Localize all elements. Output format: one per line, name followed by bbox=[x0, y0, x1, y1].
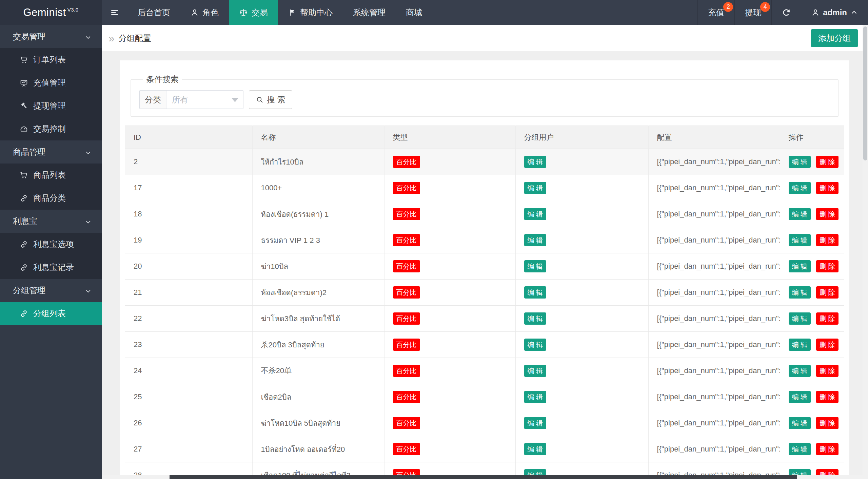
sidebar-section-goods-management[interactable]: 商品管理 bbox=[0, 140, 102, 164]
breadcrumb-icon: » bbox=[108, 33, 115, 44]
user-menu[interactable]: admin bbox=[801, 0, 868, 25]
gauge-icon bbox=[20, 125, 28, 133]
group-user-edit-button[interactable]: 编 辑 bbox=[524, 260, 547, 272]
vertical-scrollbar-thumb[interactable] bbox=[863, 26, 867, 160]
delete-button[interactable]: 删 除 bbox=[816, 443, 839, 455]
table-row: 26 ฆ่าโหด10บิล 5บิลสุดท้าย 百分比 编 辑 [{"pi… bbox=[125, 410, 844, 436]
top-bar: Geminist V3.0 后台首页角色交易帮助中心系统管理商城 充值 2 提现… bbox=[0, 0, 868, 25]
horizontal-scrollbar-thumb[interactable] bbox=[170, 475, 797, 479]
row-config-cell: [{"pipei_dan_num":1,"pipei_dan_run":"... bbox=[648, 410, 780, 436]
row-name-cell: ฆ่าโหด10บิล 5บิลสุดท้าย bbox=[252, 410, 384, 436]
row-config-cell: [{"pipei_dan_num":1,"pipei_dan_run":"... bbox=[648, 175, 780, 201]
refresh-button[interactable] bbox=[771, 0, 801, 25]
sidebar-item-label: 分组列表 bbox=[33, 308, 66, 319]
row-type-cell: 百分比 bbox=[384, 149, 515, 175]
delete-button[interactable]: 删 除 bbox=[816, 391, 839, 403]
sidebar-toggle-button[interactable] bbox=[102, 0, 127, 25]
delete-button[interactable]: 删 除 bbox=[816, 234, 839, 246]
edit-button[interactable]: 编 辑 bbox=[789, 443, 811, 455]
delete-button[interactable]: 删 除 bbox=[816, 260, 839, 272]
sidebar-item-goods-category[interactable]: 商品分类 bbox=[0, 187, 102, 210]
row-actions-cell: 编 辑 删 除 bbox=[780, 358, 844, 384]
topnav-item-roles[interactable]: 角色 bbox=[180, 0, 229, 25]
edit-button[interactable]: 编 辑 bbox=[789, 260, 811, 272]
topnav-item-system[interactable]: 系统管理 bbox=[343, 0, 396, 25]
edit-button[interactable]: 编 辑 bbox=[789, 156, 811, 168]
recharge-notifications[interactable]: 充值 2 bbox=[697, 0, 734, 25]
delete-button[interactable]: 删 除 bbox=[816, 312, 839, 325]
brand-logo[interactable]: Geminist V3.0 bbox=[0, 0, 102, 25]
flag-icon bbox=[288, 8, 296, 17]
delete-button[interactable]: 删 除 bbox=[816, 339, 839, 351]
group-user-edit-button[interactable]: 编 辑 bbox=[524, 339, 547, 351]
type-badge: 百分比 bbox=[393, 234, 420, 246]
board-icon bbox=[20, 79, 28, 87]
sidebar-section-trade-management[interactable]: 交易管理 bbox=[0, 25, 102, 48]
category-select[interactable]: 所有 bbox=[166, 91, 243, 109]
sidebar-section-label: 利息宝 bbox=[13, 216, 37, 227]
topnav-item-mall[interactable]: 商城 bbox=[396, 0, 432, 25]
delete-button[interactable]: 删 除 bbox=[816, 365, 839, 377]
group-user-edit-button[interactable]: 编 辑 bbox=[524, 286, 547, 299]
column-header-3: 分组用户 bbox=[515, 126, 648, 149]
edit-button[interactable]: 编 辑 bbox=[789, 417, 811, 429]
sidebar-item-group-list[interactable]: 分组列表 bbox=[0, 302, 102, 325]
row-id-cell: 21 bbox=[125, 280, 252, 306]
horizontal-scrollbar[interactable] bbox=[102, 475, 863, 479]
delete-button[interactable]: 删 除 bbox=[816, 156, 839, 168]
column-header-1: 名称 bbox=[252, 126, 384, 149]
group-user-edit-button[interactable]: 编 辑 bbox=[524, 417, 547, 429]
sidebar-section-group-management[interactable]: 分组管理 bbox=[0, 279, 102, 302]
topnav-item-label: 商城 bbox=[406, 7, 422, 18]
edit-button[interactable]: 编 辑 bbox=[789, 312, 811, 325]
row-name-cell: ห้องเชือด(ธรรมดา)2 bbox=[252, 280, 384, 306]
topnav-item-help[interactable]: 帮助中心 bbox=[278, 0, 343, 25]
sidebar-item-trade-control[interactable]: 交易控制 bbox=[0, 117, 102, 140]
delete-button[interactable]: 删 除 bbox=[816, 182, 839, 194]
sidebar-item-withdrawal-management[interactable]: 提现管理 bbox=[0, 94, 102, 117]
edit-button[interactable]: 编 辑 bbox=[789, 365, 811, 377]
edit-button[interactable]: 编 辑 bbox=[789, 234, 811, 246]
delete-button[interactable]: 删 除 bbox=[816, 208, 839, 220]
category-select-group: 分类 所有 bbox=[139, 90, 243, 109]
group-user-edit-button[interactable]: 编 辑 bbox=[524, 443, 547, 455]
sidebar-item-recharge-management[interactable]: 充值管理 bbox=[0, 71, 102, 94]
table-row: 27 1บิลอย่างโหด ออเดอร์ที่20 百分比 编 辑 [{"… bbox=[125, 436, 844, 462]
sidebar-item-label: 利息宝记录 bbox=[33, 262, 74, 273]
search-button[interactable]: 搜 索 bbox=[249, 90, 292, 109]
group-user-edit-button[interactable]: 编 辑 bbox=[524, 365, 547, 377]
sidebar: 交易管理订单列表充值管理提现管理交易控制商品管理商品列表商品分类利息宝利息宝选项… bbox=[0, 25, 102, 479]
topnav-item-trade[interactable]: 交易 bbox=[229, 0, 278, 25]
edit-button[interactable]: 编 辑 bbox=[789, 208, 811, 220]
group-user-edit-button[interactable]: 编 辑 bbox=[524, 208, 547, 220]
delete-button[interactable]: 删 除 bbox=[816, 417, 839, 429]
vertical-scrollbar[interactable] bbox=[863, 25, 868, 479]
topnav-item-label: 交易 bbox=[252, 7, 268, 18]
withdraw-notifications[interactable]: 提现 4 bbox=[734, 0, 771, 25]
sidebar-item-goods-list[interactable]: 商品列表 bbox=[0, 164, 102, 187]
topnav-item-home[interactable]: 后台首页 bbox=[127, 0, 180, 25]
row-config-cell: [{"pipei_dan_num":1,"pipei_dan_run":"... bbox=[648, 201, 780, 227]
sidebar-item-lixibao-options[interactable]: 利息宝选项 bbox=[0, 233, 102, 256]
edit-button[interactable]: 编 辑 bbox=[789, 339, 811, 351]
add-group-button[interactable]: 添加分组 bbox=[811, 29, 858, 47]
edit-button[interactable]: 编 辑 bbox=[789, 391, 811, 403]
group-user-edit-button[interactable]: 编 辑 bbox=[524, 234, 547, 246]
group-user-edit-button[interactable]: 编 辑 bbox=[524, 312, 547, 325]
row-actions-cell: 编 辑 删 除 bbox=[780, 175, 844, 201]
sidebar-item-order-list[interactable]: 订单列表 bbox=[0, 48, 102, 71]
delete-button[interactable]: 删 除 bbox=[816, 286, 839, 299]
sidebar-section-lixibao[interactable]: 利息宝 bbox=[0, 210, 102, 233]
group-user-edit-button[interactable]: 编 辑 bbox=[524, 156, 547, 168]
edit-button[interactable]: 编 辑 bbox=[789, 182, 811, 194]
row-config-cell: [{"pipei_dan_num":1,"pipei_dan_run":"... bbox=[648, 436, 780, 462]
menu-icon bbox=[110, 8, 119, 17]
cart-icon bbox=[20, 171, 28, 179]
group-user-edit-button[interactable]: 编 辑 bbox=[524, 182, 547, 194]
sidebar-item-lixibao-records[interactable]: 利息宝记录 bbox=[0, 256, 102, 279]
row-name-cell: ฆ่า10บิล bbox=[252, 253, 384, 280]
table-row: 17 1000+ 百分比 编 辑 [{"pipei_dan_num":1,"pi… bbox=[125, 175, 844, 201]
edit-button[interactable]: 编 辑 bbox=[789, 286, 811, 299]
group-user-edit-button[interactable]: 编 辑 bbox=[524, 391, 547, 403]
row-name-cell: ฆ่าโหด3บิล สุดท้ายใช้ได้ bbox=[252, 306, 384, 332]
